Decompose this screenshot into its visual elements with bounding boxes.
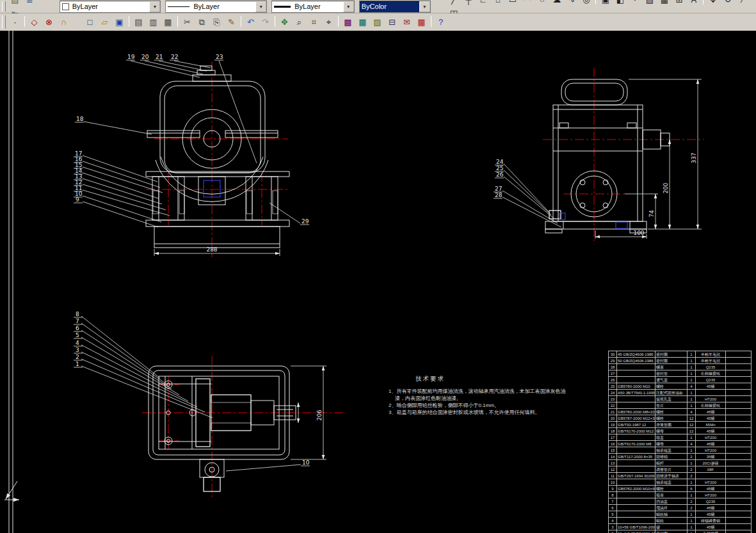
plot-icon[interactable]: ▤ bbox=[131, 15, 146, 29]
cut-icon[interactable]: ✂ bbox=[180, 15, 195, 29]
standard-toolbar: ·◇⊗∩ □▱▣▤▥▦✂⧉⎘✎↶↷✥⌕⌗⌖▩▦▨⊟✉▦? bbox=[0, 13, 756, 31]
publish-icon[interactable]: ▦ bbox=[161, 15, 175, 29]
front-view[interactable] bbox=[146, 61, 289, 257]
zoom-realtime-icon[interactable]: ⌕ bbox=[292, 15, 307, 29]
chevron-down-icon[interactable]: ▼ bbox=[149, 1, 160, 12]
calculator-icon[interactable]: ▦ bbox=[414, 15, 429, 29]
copy-icon[interactable]: ⧉ bbox=[195, 15, 209, 29]
move-icon[interactable]: ✥ bbox=[705, 0, 720, 6]
plotstyle-combo[interactable]: ByColor ▼ bbox=[359, 1, 431, 13]
pan-icon[interactable]: ✥ bbox=[277, 15, 292, 29]
spline-icon[interactable]: ∿ bbox=[564, 0, 579, 6]
tool-palettes-icon[interactable]: ▨ bbox=[370, 15, 385, 29]
line-icon[interactable]: ╱ bbox=[446, 0, 461, 6]
bom-row: 7挡油盘2Q235 bbox=[609, 498, 752, 505]
new-icon[interactable]: □ bbox=[83, 15, 97, 29]
named-views-icon[interactable]: ◇ bbox=[27, 15, 42, 29]
tech-req-title: 技术要求 bbox=[415, 375, 613, 383]
plotstyle-combo-value: ByColor bbox=[362, 3, 387, 10]
bom-row: 25GB5780-2000 M10螺栓445钢 bbox=[609, 383, 752, 390]
bom-row: 17箱盖1HT200 bbox=[609, 434, 752, 441]
callout-6: 6 bbox=[76, 325, 79, 331]
multiline-text-icon[interactable]: A bbox=[686, 0, 701, 6]
lineweight-combo[interactable]: ByLayer ▼ bbox=[271, 1, 355, 13]
dim-200: 200 bbox=[663, 182, 669, 193]
toolbar-separator bbox=[275, 16, 275, 27]
side-view[interactable] bbox=[543, 68, 704, 244]
callout-23: 23 bbox=[216, 54, 223, 60]
revision-cloud-icon[interactable]: ☁ bbox=[549, 0, 564, 6]
match-properties-icon[interactable]: ✎ bbox=[224, 15, 239, 29]
named-ucs-icon[interactable]: ∩ bbox=[56, 15, 71, 29]
ucs-icon bbox=[4, 481, 19, 500]
tech-req-line: 漆，内表面涂红色耐油油漆。 bbox=[389, 396, 613, 401]
layers-icon[interactable]: ≣ bbox=[22, 0, 37, 6]
bom-row: 24A50 JB/T7940.1-1995压配式圆形油标1 bbox=[609, 390, 752, 396]
callout-18: 18 bbox=[76, 116, 84, 122]
toolbar-separator bbox=[241, 16, 241, 27]
zoom-window-icon[interactable]: ⌗ bbox=[307, 15, 321, 29]
callout-8: 8 bbox=[76, 311, 79, 317]
open-icon[interactable]: ▱ bbox=[97, 15, 112, 29]
rectangle-icon[interactable]: ▭ bbox=[505, 0, 520, 6]
layer-properties-manager-icon[interactable]: ▤ bbox=[8, 0, 22, 6]
trim-icon[interactable]: ⌿ bbox=[735, 0, 750, 6]
front-callouts: 19 20 21 22 23 18 17 16 15 14 13 12 bbox=[74, 54, 309, 227]
design-center-icon[interactable]: ▦ bbox=[355, 15, 370, 29]
callout-21: 21 bbox=[156, 54, 163, 60]
camera-icon[interactable]: ⊗ bbox=[42, 15, 56, 29]
sheet-frame bbox=[9, 31, 13, 533]
save-icon[interactable]: ▣ bbox=[112, 15, 127, 29]
toolbar-separator bbox=[431, 16, 431, 27]
toolbar-grip[interactable] bbox=[2, 15, 6, 29]
callout-29: 29 bbox=[302, 218, 309, 225]
plot-preview-icon[interactable]: ▥ bbox=[146, 15, 161, 29]
toolbar-separator bbox=[703, 0, 704, 4]
insert-block-icon[interactable]: ▣ bbox=[598, 0, 613, 6]
sheet-set-manager-icon[interactable]: ⊟ bbox=[385, 15, 399, 29]
table-icon[interactable]: ⊞ bbox=[672, 0, 686, 6]
callout-4: 4 bbox=[76, 340, 79, 346]
tech-req-line: 2、啮合侧隙用铅丝检验，侧隙不得小于0.1mm。 bbox=[389, 403, 613, 408]
redo-icon[interactable]: ↷ bbox=[258, 15, 273, 29]
paste-icon[interactable]: ⎘ bbox=[209, 15, 224, 29]
bom-row: 3045 GB/ZQ4606-1986密封圈1半粗羊毛毡 bbox=[609, 351, 752, 358]
markup-set-manager-icon[interactable]: ✉ bbox=[399, 15, 414, 29]
ellipse-icon[interactable]: ◎ bbox=[579, 0, 593, 6]
bom-row: 23窥视孔盖1HT200 bbox=[609, 396, 752, 402]
chevron-down-icon[interactable]: ▼ bbox=[343, 1, 354, 12]
bom-row: 11GB/T297-1994 30206圆锥滚子轴承2 bbox=[609, 473, 752, 479]
bom-row: 12调整垫片208F bbox=[609, 466, 752, 473]
properties-icon[interactable]: ▩ bbox=[341, 15, 355, 29]
rotate-icon[interactable]: ↻ bbox=[720, 0, 735, 6]
color-combo-value: ByLayer bbox=[72, 3, 98, 10]
hatch-icon[interactable]: ▨ bbox=[642, 0, 657, 6]
toolbar-separator bbox=[177, 16, 178, 27]
chevron-down-icon[interactable]: ▼ bbox=[419, 1, 430, 12]
model-space-canvas[interactable]: 19 20 21 22 23 18 17 16 15 14 13 12 bbox=[0, 31, 756, 533]
housing-outline bbox=[545, 79, 670, 233]
plan-view[interactable] bbox=[142, 356, 346, 498]
polygon-icon[interactable]: ⌂ bbox=[490, 0, 505, 6]
undo-icon[interactable]: ↶ bbox=[243, 15, 258, 29]
toolbar-grip[interactable] bbox=[2, 1, 6, 12]
circle-icon[interactable]: ○ bbox=[535, 0, 549, 6]
zoom-previous-icon[interactable]: ⌖ bbox=[321, 15, 336, 29]
color-swatch bbox=[62, 3, 69, 10]
lineweight-preview bbox=[274, 6, 291, 8]
construction-line-icon[interactable]: ┼ bbox=[461, 0, 476, 6]
make-block-icon[interactable]: ◧ bbox=[613, 0, 627, 6]
chevron-down-icon[interactable]: ▼ bbox=[255, 1, 266, 12]
point-style-icon[interactable]: · bbox=[8, 15, 22, 29]
parts-list-table: 3045 GB/ZQ4606-1986密封圈1半粗羊毛毡2950 GB/ZQ46… bbox=[608, 351, 751, 533]
callout-19: 19 bbox=[127, 54, 135, 60]
bom-row: 5蜗轮轴145钢 bbox=[609, 511, 752, 518]
polyline-icon[interactable]: ∟ bbox=[476, 0, 490, 6]
help-icon[interactable]: ? bbox=[433, 15, 448, 29]
region-icon[interactable]: ▦ bbox=[657, 0, 672, 6]
point-icon[interactable]: · bbox=[627, 0, 642, 6]
arc-icon[interactable]: ◠ bbox=[520, 0, 535, 6]
color-combo[interactable]: ByLayer ▼ bbox=[60, 1, 161, 13]
linetype-combo[interactable]: ByLayer ▼ bbox=[165, 1, 267, 13]
callout-28: 28 bbox=[495, 192, 503, 198]
